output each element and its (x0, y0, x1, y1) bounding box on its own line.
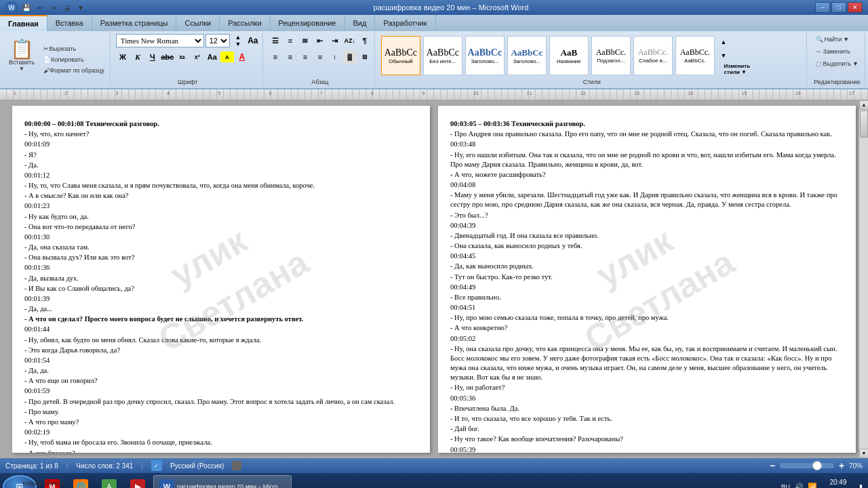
style-more[interactable]: AaBbCc. AaBbCc. (675, 36, 715, 75)
show-desktop-btn[interactable]: ▮ (859, 483, 863, 488)
tab-view[interactable]: Вид (345, 15, 376, 31)
align-right-btn[interactable]: ≡ (298, 50, 312, 64)
paste-button[interactable]: 📋 Вставить ▼ (5, 34, 38, 77)
justify-btn[interactable]: ≡ (313, 50, 327, 64)
tab-home[interactable]: Главная (0, 15, 47, 31)
zoom-in-btn[interactable]: + (836, 460, 847, 471)
left-ts-1: 00:01:09 (24, 140, 418, 149)
replace-button[interactable]: ↔Заменить (812, 46, 854, 57)
right-d-15: - Впечатлена была. Да. (450, 404, 844, 413)
tab-review[interactable]: Рецензирование (271, 15, 345, 31)
sort-btn[interactable]: AZ↓ (343, 34, 357, 47)
styles-group: AaBbCc Обычный AaBbCc Без инте... AaBbCc… (378, 33, 807, 87)
superscript-btn[interactable]: x² (191, 50, 204, 64)
tab-developer[interactable]: Разработчик (375, 15, 435, 31)
style-heading2[interactable]: AaBbCc Заголово... (507, 36, 547, 75)
undo-quick-btn[interactable]: ↩ (34, 1, 46, 14)
change-styles-btn[interactable]: Изменитьстили ▼ (717, 62, 757, 76)
format-painter-button[interactable]: 🖌 Формат по образцу (41, 66, 107, 75)
select-button[interactable]: ⬚Выделить▼ (812, 58, 862, 69)
right-ts-7: 00:05:02 (450, 334, 844, 344)
zoom-out-btn[interactable]: − (767, 460, 778, 471)
scroll-up-btn[interactable]: ▲ (859, 100, 868, 110)
right-ts-5: 00:04:49 (450, 283, 844, 292)
scroll-track[interactable] (859, 110, 868, 449)
style-title[interactable]: AaB Название (549, 36, 589, 75)
right-ts-2: 00:04:08 (450, 180, 844, 190)
font-grow-btn[interactable]: ▲ (231, 34, 245, 41)
shading-btn[interactable]: ▓ (343, 50, 357, 64)
styles-up-btn[interactable]: ▲ (717, 35, 730, 49)
font-size-select[interactable]: 12 (205, 34, 230, 47)
copy-button[interactable]: 📄 Копировать (41, 55, 107, 64)
right-d-13: - Ну, она сказала про дочку, что как при… (450, 344, 844, 383)
style-subtitle[interactable]: AaBbCc. Подзагол... (591, 36, 631, 75)
decrease-indent-btn[interactable]: ⇤ (313, 34, 327, 47)
right-page-content: 00:03:05 – 00:03:36 Технический разговор… (450, 119, 844, 453)
right-d-7: - Она сказала, как выносило родных у теб… (450, 241, 844, 251)
multilevel-btn[interactable]: ≋ (298, 34, 312, 47)
text-highlight-btn[interactable]: A (220, 52, 234, 62)
print-quick-btn[interactable]: 🖨 (61, 1, 73, 14)
customize-qat-btn[interactable]: ▼ (75, 1, 87, 14)
left-d-8: - Да, она сказала там. (24, 243, 418, 252)
tab-layout[interactable]: Разметка страницы (92, 15, 177, 31)
italic-btn[interactable]: К (131, 50, 144, 64)
left-ts-9: 00:01:59 (24, 386, 418, 396)
tab-insert[interactable]: Вставка (47, 15, 92, 31)
cut-button[interactable]: ✂ Вырезать (41, 44, 107, 54)
speaker-icon[interactable]: 🔊 (794, 483, 804, 489)
align-left-btn[interactable]: ≡ (269, 50, 282, 64)
clear-format-btn[interactable]: Aa (246, 34, 260, 47)
find-button[interactable]: 🔍Найти▼ (812, 34, 853, 45)
scroll-thumb[interactable] (860, 110, 868, 138)
style-normal[interactable]: AaBbCc Обычный (381, 36, 420, 75)
left-d-2: - Я? (24, 150, 418, 160)
minimize-btn[interactable]: – (815, 2, 830, 13)
vertical-scrollbar[interactable]: ▲ ▼ (859, 100, 868, 458)
borders-btn[interactable]: ⊞ (358, 50, 372, 64)
style-heading1[interactable]: AaBbCc Заголово... (465, 36, 505, 75)
strikethrough-btn[interactable]: abc (161, 50, 174, 64)
line-spacing-btn[interactable]: ↕ (328, 50, 342, 64)
redo-quick-btn[interactable]: ↪ (47, 1, 60, 14)
bullets-btn[interactable]: ☰ (269, 34, 282, 47)
app-logo-icon: W (5, 1, 18, 14)
left-d-3: - Да. (24, 161, 418, 170)
bold-btn[interactable]: Ж (116, 50, 130, 64)
doc-area[interactable]: уликСветлана 00:00:00 – 00:01:08 Техниче… (9, 100, 859, 458)
word-count: Число слов: 2 341 (76, 462, 133, 470)
left-d-21: - Ну, чтоб мама не бросала его. Звонила … (24, 438, 418, 447)
right-d-14: - Ну, он работает? (450, 383, 844, 392)
font-name-select[interactable]: Times New Roman (116, 34, 204, 47)
close-btn[interactable]: ✕ (848, 2, 863, 13)
window-title: расшифровка видео 20 мин – Microsoft Wor… (87, 3, 815, 12)
font-shrink-btn[interactable]: ▼ (231, 41, 245, 47)
font-color-btn[interactable]: A (235, 50, 249, 64)
maximize-btn[interactable]: □ (831, 2, 846, 13)
subscript-btn[interactable]: x₂ (176, 50, 189, 64)
styles-down-btn[interactable]: ▼ (717, 49, 730, 62)
left-d-10: - Да, вызвала дух. (24, 274, 418, 283)
style-subtle[interactable]: AaBbCc. Слабое в... (633, 36, 673, 75)
page-count: Страница: 1 из 8 (5, 462, 58, 470)
underline-btn[interactable]: Ч (146, 50, 159, 64)
align-center-btn[interactable]: ≡ (283, 50, 297, 64)
text-case-btn[interactable]: Aa (205, 50, 219, 64)
right-d-11: - Ну, про мою семью сказала тоже, попала… (450, 313, 844, 323)
save-quick-btn[interactable]: 💾 (20, 1, 33, 14)
taskbar-app-green[interactable]: A (96, 475, 122, 488)
zoom-slider[interactable] (780, 463, 834, 468)
taskbar-app-red[interactable]: ▶ (125, 475, 151, 488)
network-icon: 📶 (808, 483, 817, 489)
scroll-down-btn[interactable]: ▼ (859, 449, 868, 458)
show-marks-btn[interactable]: ¶ (358, 34, 372, 47)
style-no-spacing[interactable]: AaBbCc Без инте... (423, 36, 462, 75)
tab-mailings[interactable]: Рассылки (220, 15, 270, 31)
tab-references[interactable]: Ссылки (176, 15, 220, 31)
right-d-18: - Ну что такое? Как вообще впечатления? … (450, 434, 844, 444)
taskbar-word[interactable]: W расшифровка видео 20 мин – Microsoft W… (153, 475, 292, 488)
right-d-3: - А что, можете расшифровать? (450, 170, 844, 180)
numbering-btn[interactable]: ≡ (283, 34, 297, 47)
increase-indent-btn[interactable]: ⇥ (328, 34, 342, 47)
